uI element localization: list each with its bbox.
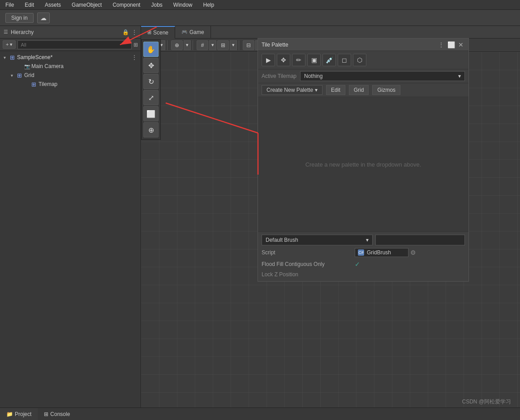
brush-label: Default Brush [266,237,298,243]
menu-jobs[interactable]: Jobs [149,1,164,9]
grid-arrow: ▾ [11,73,17,78]
brush-preview [375,235,465,245]
script-value-box: C# GridBrush [355,248,408,257]
script-value: GridBrush [367,249,391,256]
hierarchy-panel: ☰ Hierarchy 🔒 ⋮ + ▾ ⊞ ▾ ⊞ SampleScene* ⋮ [0,26,141,420]
create-palette-button[interactable]: Create New Palette ▾ [262,85,322,95]
grid-icon: ⊞ [17,72,24,79]
brush-dropdown[interactable]: Default Brush ▾ [262,235,373,245]
create-palette-label: Create New Palette [266,87,313,93]
tool-hand[interactable]: ✋ [143,42,159,57]
palette-empty-message: Create a new palette in the dropdown abo… [305,161,421,168]
toolbar-grid1-btn[interactable]: # [197,40,208,50]
palette-grid-button[interactable]: Grid [349,85,369,95]
palette-maximize-button[interactable]: ⬜ [447,41,455,49]
hierarchy-item-maincamera[interactable]: 📷 Main Camera [0,62,141,71]
tool-scale[interactable]: ⤢ [143,90,159,105]
script-settings-icon[interactable]: ⚙ [410,249,416,256]
palette-edit-button[interactable]: Edit [326,85,345,95]
script-type-icon: C# [358,249,364,256]
hierarchy-toolbar: + ▾ ⊞ [0,39,141,51]
tilemap-label: Tilemap [39,81,57,87]
hierarchy-more-icon[interactable]: ⋮ [132,29,137,35]
menu-gameobject[interactable]: GameObject [70,1,103,9]
tool-panel: ✋ ✥ ↻ ⤢ ⬜ ⊕ [141,39,161,140]
tool-rotate[interactable]: ↻ [143,74,159,89]
maincamera-icon: 📷 [24,64,31,69]
tab-console[interactable]: ⊞ Console [38,408,76,420]
tool-transform[interactable]: ⊕ [143,122,159,137]
toolbar-grid2-dropdown[interactable]: ▾ [230,40,237,50]
samplescene-menu-icon[interactable]: ⋮ [132,54,137,60]
menu-edit[interactable]: Edit [23,1,36,9]
palette-bottom: Default Brush ▾ Script C# GridBrush ⚙ Fl… [258,231,468,281]
toolbar-gizmos-btn[interactable]: ⊟ [243,40,254,50]
palette-tool-pick[interactable]: 💉 [322,54,336,66]
menu-component[interactable]: Component [111,1,142,9]
hierarchy-content: ▾ ⊞ SampleScene* ⋮ 📷 Main Camera ▾ ⊞ Gri… [0,51,141,420]
toolbar-3d-btn[interactable]: ⊕ [171,40,183,50]
active-tilemap-chevron: ▾ [458,73,461,79]
toolbar-grid1-dropdown[interactable]: ▾ [209,40,216,50]
top-menubar: File Edit Assets GameObject Component Jo… [0,0,520,10]
script-value-container: C# GridBrush ⚙ [355,248,416,257]
tool-rect[interactable]: ⬜ [143,106,159,121]
watermark: CSDN @阿松爱学习 [462,398,511,406]
lock-z-label: Lock Z Position [262,271,298,278]
flood-fill-checkmark[interactable]: ✓ [355,261,360,268]
signin-button[interactable]: Sign in [5,13,34,23]
palette-toolbar: ▶ ✥ ✏ ▣ 💉 ◻ ⬡ [258,51,468,69]
tab-game[interactable]: 🎮 Game [175,26,211,39]
maincamera-label: Main Camera [31,63,64,69]
scene-tabs: ⊞ Scene 🎮 Game [141,26,520,39]
tab-project[interactable]: 📁 Project [0,408,38,420]
script-field-row: Script C# GridBrush ⚙ [262,247,465,258]
grid-label: Grid [24,72,34,78]
menu-assets[interactable]: Assets [43,1,63,9]
hierarchy-lock-icon[interactable]: 🔒 [122,29,129,35]
game-tab-label: Game [189,29,204,35]
samplescene-icon: ⊞ [10,54,17,61]
active-tilemap-dropdown[interactable]: Nothing ▾ [300,71,465,81]
hierarchy-item-grid[interactable]: ▾ ⊞ Grid [0,71,141,80]
signin-bar: Sign in ☁ [0,10,520,26]
palette-tool-fill[interactable]: ⬡ [353,54,366,66]
palette-tool-select[interactable]: ▶ [262,54,275,66]
active-tilemap-value: Nothing [304,73,322,79]
palette-tool-move[interactable]: ✥ [277,54,290,66]
tile-palette-panel: Tile Palette ⋮ ⬜ ✕ ▶ ✥ ✏ ▣ 💉 ◻ ⬡ Active … [258,38,469,282]
lock-z-row: Lock Z Position [262,270,465,279]
flood-fill-checkbox-container: ✓ [355,261,360,268]
palette-gizmos-button[interactable]: Gizmos [372,85,400,95]
hierarchy-search-input[interactable] [17,40,132,49]
palette-menu-button[interactable]: ⋮ [437,41,445,49]
bottom-panels: 📁 Project ⊞ Console [0,407,520,420]
palette-close-button[interactable]: ✕ [457,41,465,49]
menu-window[interactable]: Window [172,1,194,9]
palette-tool-boxfill[interactable]: ▣ [307,54,321,66]
palette-active-tilemap-row: Active Tilemap Nothing ▾ [258,69,468,83]
tilemap-icon: ⊞ [31,81,39,88]
tab-scene[interactable]: ⊞ Scene [141,26,175,39]
hierarchy-title: Hierarchy [11,29,120,35]
flood-fill-label: Flood Fill Contiguous Only [262,261,351,267]
hierarchy-add-button[interactable]: + ▾ [3,40,16,49]
console-tab-icon: ⊞ [44,411,48,417]
hierarchy-filter-icon[interactable]: ⊞ [133,42,138,48]
toolbar-group-3: # ▾ ⊞ ▾ [195,40,239,50]
palette-brush-row: Default Brush ▾ [262,235,465,245]
toolbar-3d-dropdown[interactable]: ▾ [184,40,191,50]
hierarchy-item-tilemap[interactable]: ⊞ Tilemap [0,80,141,89]
palette-tool-paint[interactable]: ✏ [292,54,305,66]
flood-fill-row: Flood Fill Contiguous Only ✓ [262,260,465,269]
toolbar-grid2-btn[interactable]: ⊞ [217,40,229,50]
tool-move[interactable]: ✥ [143,58,159,73]
cloud-button[interactable]: ☁ [37,13,50,23]
menu-file[interactable]: File [4,1,16,9]
hierarchy-item-samplescene[interactable]: ▾ ⊞ SampleScene* ⋮ [0,53,141,62]
game-tab-icon: 🎮 [181,29,188,35]
project-tab-icon: 📁 [6,411,13,417]
samplescene-label: SampleScene* [17,54,52,60]
menu-help[interactable]: Help [202,1,216,9]
palette-tool-erase[interactable]: ◻ [338,54,351,66]
